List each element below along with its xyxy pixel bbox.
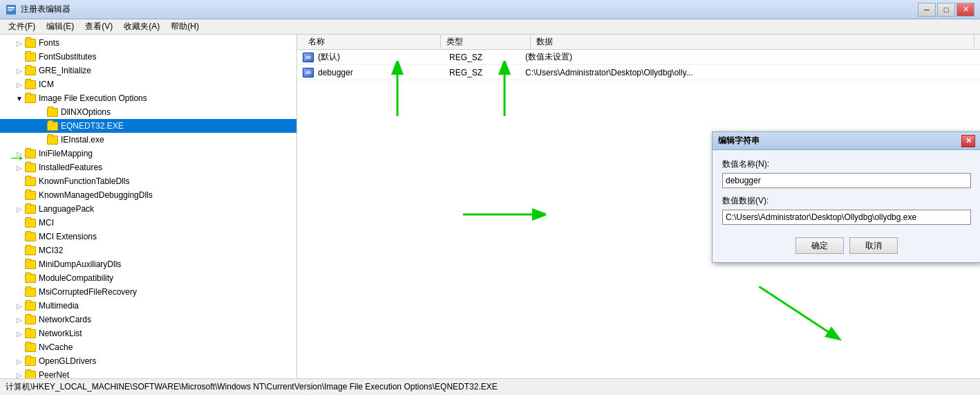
folder-icon — [25, 149, 36, 158]
menu-help[interactable]: 帮助(H) — [165, 19, 205, 34]
folder-icon — [47, 108, 58, 117]
tree-item-networklist[interactable]: ▷ NetworkList — [0, 327, 296, 340]
tree-item-mci32[interactable]: MCI32 — [0, 244, 296, 257]
tree-label: GRE_Initialize — [39, 66, 91, 75]
dialog-body: 数值名称(N): 数值数据(V): 确定 取消 — [713, 150, 980, 262]
folder-icon — [25, 246, 36, 255]
menu-view[interactable]: 查看(V) — [79, 19, 118, 34]
close-button[interactable]: ✕ — [957, 3, 974, 17]
tree-item-gre[interactable]: ▷ GRE_Initialize — [0, 64, 296, 77]
tree-item-msicorrupted[interactable]: MsiCorruptedFileRecovery — [0, 285, 296, 299]
expand-icon — [14, 51, 25, 62]
tree-item-inifilemapping[interactable]: ▷ IniFileMapping — [0, 147, 296, 160]
tree-item-opengldrivers[interactable]: ▷ OpenGLDrivers — [0, 354, 296, 368]
window-controls[interactable]: ─ □ ✕ — [918, 3, 974, 17]
expand-icon — [36, 134, 47, 145]
folder-icon — [25, 357, 36, 366]
folder-icon — [25, 288, 36, 297]
tree-item-multimedia[interactable]: ▷ Multimedia — [0, 299, 296, 313]
tree-item-dllnx[interactable]: DllNXOptions — [0, 105, 296, 119]
reg-name-debugger: debugger — [318, 68, 449, 77]
tree-item-mciextensions[interactable]: MCI Extensions — [0, 230, 296, 244]
folder-icon — [25, 274, 36, 283]
tree-item-installedfeatures[interactable]: ▷ InstalledFeatures — [0, 160, 296, 174]
reg-row-default[interactable]: ab (默认) REG_SZ (数值未设置) — [297, 50, 980, 65]
tree-label: IniFileMapping — [39, 149, 93, 158]
expand-icon: ▼ — [14, 93, 25, 104]
expand-icon: ▷ — [14, 79, 25, 90]
expand-icon — [14, 176, 25, 187]
tree-item-knownfunctiontabledlls[interactable]: KnownFunctionTableDlls — [0, 174, 296, 188]
reg-type-debugger: REG_SZ — [449, 68, 525, 77]
status-bar: 计算机\HKEY_LOCAL_MACHINE\SOFTWARE\Microsof… — [0, 378, 980, 395]
menu-edit[interactable]: 编辑(E) — [41, 19, 79, 34]
tree-item-peernet[interactable]: ▷ PeerNet — [0, 368, 296, 378]
tree-item-nvcache[interactable]: NvCache — [0, 340, 296, 354]
tree-label: NetworkList — [39, 329, 82, 338]
dialog-title-bar: 编辑字符串 ✕ — [713, 132, 980, 150]
folder-icon — [25, 371, 36, 379]
dialog-buttons: 确定 取消 — [722, 237, 971, 254]
edit-string-dialog[interactable]: 编辑字符串 ✕ 数值名称(N): 数值数据(V): 确定 取消 — [712, 131, 980, 263]
tree-item-ieinstal[interactable]: IEInstal.exe — [0, 133, 296, 147]
expand-icon — [14, 259, 25, 270]
tree-label: LanguagePack — [39, 204, 94, 214]
dialog-cancel-button[interactable]: 取消 — [849, 237, 898, 254]
tree-item-knownmanaged[interactable]: KnownManagedDebuggingDlls — [0, 188, 296, 202]
tree-item-modulecompat[interactable]: ModuleCompatibility — [0, 271, 296, 285]
reg-data-debugger: C:\Users\Administrator\Desktop\Ollydbg\o… — [525, 68, 974, 77]
app-icon — [6, 4, 17, 15]
expand-icon: ▷ — [14, 328, 25, 339]
tree-item-minidump[interactable]: MiniDumpAuxiliaryDlls — [0, 257, 296, 271]
tree-label: MsiCorruptedFileRecovery — [39, 287, 137, 297]
tree-item-fontsubstitutes[interactable]: FontSubstitutes — [0, 50, 296, 64]
folder-icon — [25, 163, 36, 172]
menu-file[interactable]: 文件(F) — [3, 19, 41, 34]
tree-panel-inner[interactable]: ▷ Fonts FontSubstitutes ▷ GRE_Initialize… — [0, 35, 296, 378]
folder-icon — [25, 260, 36, 269]
folder-icon — [25, 315, 36, 324]
menu-favorites[interactable]: 收藏夹(A) — [118, 19, 165, 34]
right-panel: 名称 类型 数据 ab (默认) REG_SZ (数值未设置) ab debug… — [297, 35, 980, 378]
expand-icon — [14, 190, 25, 201]
tree-item-fonts[interactable]: ▷ Fonts — [0, 36, 296, 50]
tree-label: MCI — [39, 218, 54, 228]
folder-icon — [25, 219, 36, 228]
tree-label: IEInstal.exe — [61, 135, 104, 145]
dialog-data-input[interactable] — [722, 210, 971, 225]
tree-label: FontSubstitutes — [39, 52, 96, 62]
expand-icon — [14, 342, 25, 353]
tree-item-networkcards[interactable]: ▷ NetworkCards — [0, 313, 296, 327]
col-data: 数据 — [531, 35, 974, 49]
dialog-close-button[interactable]: ✕ — [961, 135, 975, 147]
tree-item-icm[interactable]: ▷ ICM — [0, 77, 296, 91]
expand-icon — [14, 286, 25, 297]
folder-icon — [25, 94, 36, 103]
dialog-ok-button[interactable]: 确定 — [795, 237, 844, 254]
maximize-button[interactable]: □ — [937, 3, 955, 17]
folder-icon — [25, 343, 36, 352]
tree-label: Image File Execution Options — [39, 93, 147, 103]
tree-item-imagefileexecution[interactable]: ▼ Image File Execution Options — [0, 91, 296, 105]
tree-item-eqnedt32[interactable]: EQNEDT32.EXE — [0, 119, 296, 133]
reg-icon-debugger: ab — [303, 68, 314, 77]
tree-item-mci[interactable]: MCI — [0, 216, 296, 230]
tree-label: MiniDumpAuxiliaryDlls — [39, 259, 121, 269]
title-bar: 注册表编辑器 ─ □ ✕ — [0, 0, 980, 19]
minimize-button[interactable]: ─ — [918, 3, 936, 17]
folder-icon — [25, 177, 36, 186]
reg-data-default: (数值未设置) — [525, 51, 974, 63]
col-type: 类型 — [441, 35, 531, 49]
dialog-name-input[interactable] — [722, 173, 971, 188]
expand-icon: ▷ — [14, 356, 25, 367]
expand-icon — [14, 245, 25, 256]
tree-label: OpenGLDrivers — [39, 356, 96, 366]
svg-rect-2 — [8, 9, 15, 10]
tree-label: DllNXOptions — [61, 107, 111, 117]
tree-label: MCI Extensions — [39, 232, 97, 241]
tree-label: EQNEDT32.EXE — [61, 121, 124, 131]
column-headers: 名称 类型 数据 — [297, 35, 980, 50]
tree-item-languagepack[interactable]: ▷ LanguagePack — [0, 202, 296, 216]
expand-icon: ▷ — [14, 65, 25, 76]
reg-row-debugger[interactable]: ab debugger REG_SZ C:\Users\Administrato… — [297, 65, 980, 80]
